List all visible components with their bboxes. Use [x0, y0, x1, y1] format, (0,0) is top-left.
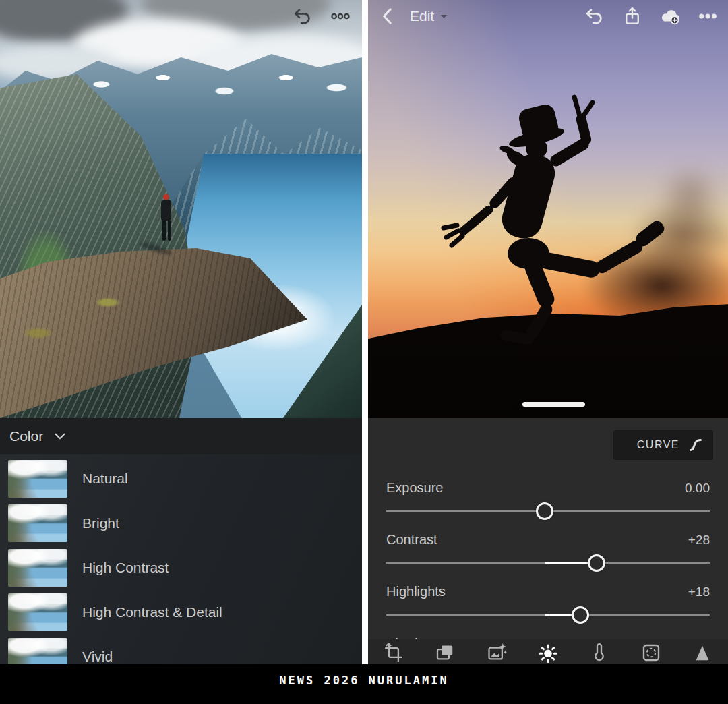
slider-group: Exposure 0.00 Contrast +28: [386, 480, 710, 664]
back-icon[interactable]: [377, 5, 399, 27]
right-photo: Edit: [368, 0, 728, 418]
edit-header: Edit: [368, 0, 728, 32]
edit-title: Edit: [410, 8, 434, 24]
cloud-add-icon[interactable]: [659, 5, 681, 27]
contrast-slider[interactable]: [386, 552, 710, 575]
preset-item-high-contrast-detail[interactable]: High Contrast & Detail: [8, 593, 362, 631]
left-edit-screen: Color Natural Bright High Contrast High …: [0, 0, 362, 664]
slider-label: Exposure: [386, 480, 444, 496]
auto-tool-icon[interactable]: [485, 643, 508, 664]
caption-bar: NEWS 2026 NURULAMIN: [0, 664, 728, 704]
preset-item-high-contrast[interactable]: High Contrast: [8, 549, 362, 587]
figure-legs: [162, 221, 179, 241]
color-header-label: Color: [9, 428, 43, 444]
chevron-down-icon: [53, 429, 67, 444]
exposure-slider[interactable]: [386, 500, 710, 523]
dancer-silhouette: [429, 93, 671, 344]
slider-value: +28: [688, 533, 710, 548]
slider-value: 0.00: [685, 481, 710, 496]
preset-label: Bright: [82, 515, 119, 531]
curve-button[interactable]: CURVE: [613, 430, 713, 460]
share-icon[interactable]: [621, 5, 643, 27]
light-tool-icon[interactable]: [537, 643, 559, 664]
crop-tool-icon[interactable]: [382, 643, 405, 664]
red-cap: [163, 194, 169, 200]
slider-knob[interactable]: [572, 606, 589, 624]
effects-tool-icon[interactable]: [640, 643, 663, 664]
preset-thumbnail[interactable]: [8, 549, 67, 587]
edit-mode-dropdown[interactable]: Edit: [410, 8, 449, 24]
slider-label: Contrast: [386, 532, 437, 548]
drag-handle[interactable]: [522, 402, 585, 407]
caption-text: NEWS 2026 NURULAMIN: [279, 674, 448, 704]
preset-item-natural[interactable]: Natural: [8, 460, 362, 498]
right-edit-screen: Edit CURVE Exposure: [368, 0, 728, 664]
figure-body: [161, 200, 171, 221]
contrast-slider-row: Contrast +28: [386, 532, 710, 575]
preset-thumbnail[interactable]: [8, 593, 67, 631]
preset-item-bright[interactable]: Bright: [8, 504, 362, 542]
undo-icon[interactable]: [292, 5, 313, 27]
slider-label: Highlights: [386, 584, 446, 599]
preset-label: High Contrast: [82, 560, 169, 576]
left-photo: [0, 0, 362, 418]
more-options-icon[interactable]: [697, 5, 719, 27]
curve-icon: [688, 437, 704, 453]
presets-tool-icon[interactable]: [433, 643, 456, 664]
slider-knob[interactable]: [536, 502, 553, 520]
left-photo-toolbar: [0, 0, 362, 32]
slider-value: +18: [688, 585, 710, 599]
preset-label: Vivid: [82, 649, 113, 664]
exposure-slider-row: Exposure 0.00: [386, 480, 710, 523]
caret-down-icon: [439, 11, 449, 22]
slider-knob[interactable]: [588, 554, 605, 572]
preset-label: Natural: [82, 471, 128, 487]
edit-tools-toolbar: [368, 639, 728, 664]
preset-thumbnail[interactable]: [8, 460, 67, 498]
color-presets-header[interactable]: Color: [0, 418, 362, 454]
highlights-slider-row: Highlights +18: [386, 584, 710, 627]
preset-list: Natural Bright High Contrast High Contra…: [0, 454, 362, 664]
color-tool-icon[interactable]: [588, 643, 611, 664]
more-options-icon[interactable]: [330, 5, 351, 27]
preset-thumbnail[interactable]: [8, 638, 67, 664]
light-adjustments-panel: CURVE Exposure 0.00: [368, 418, 728, 664]
app-window: Color Natural Bright High Contrast High …: [0, 0, 728, 704]
panel-divider: [362, 0, 368, 664]
highlights-slider[interactable]: [386, 604, 710, 626]
hiker-figure: [159, 194, 179, 256]
undo-icon[interactable]: [584, 5, 605, 27]
preset-item-vivid[interactable]: Vivid: [8, 638, 362, 664]
detail-tool-icon[interactable]: [691, 643, 714, 664]
curve-button-label: CURVE: [637, 439, 679, 451]
preset-label: High Contrast & Detail: [82, 604, 222, 620]
preset-thumbnail[interactable]: [8, 504, 67, 542]
